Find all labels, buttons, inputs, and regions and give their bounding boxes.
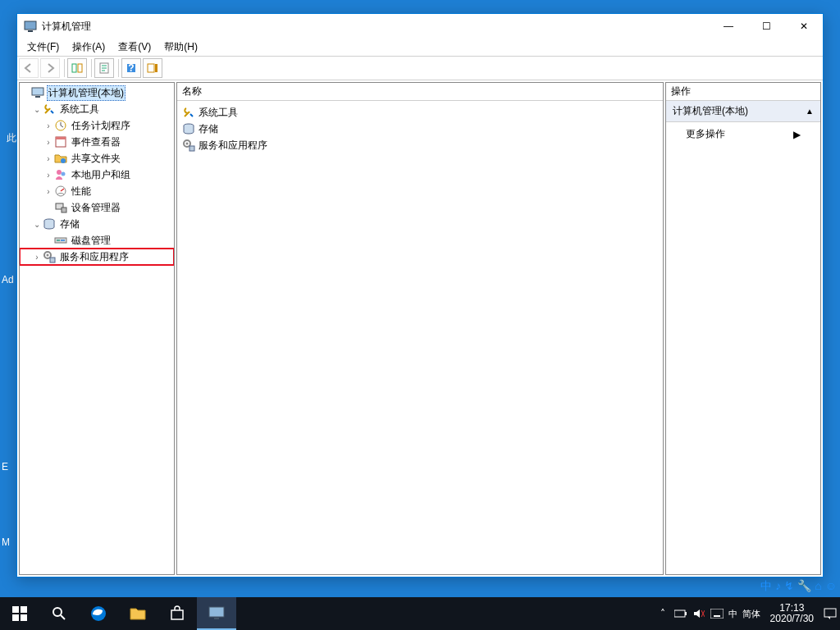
action-center-icon[interactable]	[824, 607, 837, 620]
svg-rect-2	[72, 64, 76, 72]
tree-label: 服务和应用程序	[58, 249, 130, 265]
chevron-right-icon[interactable]: ›	[43, 187, 54, 196]
floating-toolbar: 中 ♪ ↯ 🔧 ⌂ ☺	[757, 578, 840, 596]
chevron-right-icon[interactable]: ›	[43, 171, 54, 180]
app-icon	[24, 20, 37, 33]
tree-performance[interactable]: › 性能	[20, 183, 174, 199]
content-header[interactable]: 名称	[177, 83, 663, 101]
more-actions-label: 更多操作	[686, 127, 725, 141]
ime-mode[interactable]: 简体	[742, 607, 760, 620]
more-actions-link[interactable]: 更多操作 ▶	[666, 122, 820, 146]
volume-icon[interactable]	[692, 607, 705, 620]
taskbar[interactable]: ˄ 中 简体 17:13 2020/7/30	[0, 597, 840, 630]
tree-label: 任务计划程序	[70, 118, 132, 134]
navigation-tree[interactable]: 计算机管理(本地) ⌄ 系统工具 › 任务计划程序 › 事件查看器 › 共享文件…	[19, 82, 175, 575]
actions-section[interactable]: 计算机管理(本地) ▲	[666, 101, 820, 122]
keyboard-icon[interactable]	[710, 607, 724, 620]
close-button[interactable]: ✕	[785, 14, 823, 39]
tree-root[interactable]: 计算机管理(本地)	[20, 84, 174, 101]
explorer-button[interactable]	[118, 597, 158, 630]
chevron-right-icon[interactable]: ›	[31, 253, 43, 262]
actions-header: 操作	[666, 83, 820, 101]
svg-rect-9	[32, 88, 43, 95]
tree-disk-management[interactable]: 磁盘管理	[20, 232, 174, 249]
list-item-label: 系统工具	[199, 106, 238, 120]
list-item[interactable]: 服务和应用程序	[179, 137, 661, 153]
help-button[interactable]: ?	[121, 58, 141, 78]
properties-button[interactable]	[94, 58, 114, 78]
svg-point-25	[47, 254, 49, 257]
storage-icon	[182, 122, 195, 135]
search-button[interactable]	[39, 597, 79, 630]
tree-system-tools[interactable]: ⌄ 系统工具	[20, 101, 174, 117]
toolbar-separator	[91, 59, 92, 77]
svg-point-15	[57, 170, 62, 175]
tree-local-users[interactable]: › 本地用户和组	[20, 167, 174, 183]
actions-section-label: 计算机管理(本地)	[673, 104, 748, 118]
tree-task-scheduler[interactable]: › 任务计划程序	[20, 117, 174, 134]
collapse-icon[interactable]: ▲	[806, 107, 814, 116]
list-item[interactable]: 存储	[179, 121, 661, 137]
tree-event-viewer[interactable]: › 事件查看器	[20, 134, 174, 150]
svg-rect-23	[61, 240, 65, 241]
computer-management-window: 计算机管理 — ☐ ✕ 文件(F) 操作(A) 查看(V) 帮助(H) ? 计算…	[16, 13, 824, 578]
edge-button[interactable]	[79, 597, 118, 630]
tree-label: 设备管理器	[70, 200, 122, 216]
tree-device-manager[interactable]: 设备管理器	[20, 199, 174, 216]
services-icon	[182, 139, 195, 152]
tools-icon	[43, 103, 56, 116]
desktop-label: E	[2, 461, 8, 472]
tool-icon[interactable]: ↯	[784, 579, 794, 594]
clock-icon	[54, 119, 67, 132]
start-button[interactable]	[0, 597, 39, 630]
window-title: 计算机管理	[42, 20, 710, 34]
menu-action[interactable]: 操作(A)	[66, 39, 112, 56]
svg-rect-44	[824, 609, 836, 617]
menu-view[interactable]: 查看(V)	[112, 39, 158, 56]
maximize-button[interactable]: ☐	[747, 14, 785, 39]
svg-rect-13	[56, 137, 66, 139]
titlebar[interactable]: 计算机管理 — ☐ ✕	[17, 14, 823, 39]
ime-icon[interactable]: 中	[760, 579, 772, 594]
smile-icon[interactable]: ☺	[825, 579, 837, 594]
toolbar: ?	[17, 57, 823, 80]
minimize-button[interactable]: —	[710, 14, 747, 39]
svg-rect-43	[714, 615, 720, 617]
svg-rect-41	[685, 612, 687, 615]
tree-label: 共享文件夹	[70, 151, 122, 167]
list-item[interactable]: 系统工具	[179, 104, 661, 121]
actions-pane: 操作 计算机管理(本地) ▲ 更多操作 ▶	[665, 82, 821, 575]
wrench-icon[interactable]: 🔧	[797, 579, 811, 594]
compmgmt-taskbar-button[interactable]	[197, 597, 236, 630]
svg-rect-38	[209, 607, 224, 617]
chevron-down-icon[interactable]: ⌄	[31, 105, 43, 114]
svg-rect-8	[155, 64, 158, 72]
toolbar-separator	[64, 59, 65, 77]
show-hide-tree-button[interactable]	[67, 58, 87, 78]
tree-label: 系统工具	[58, 102, 101, 117]
chevron-right-icon[interactable]: ›	[43, 154, 54, 163]
clock[interactable]: 17:13 2020/7/30	[765, 603, 819, 624]
chevron-right-icon[interactable]: ›	[43, 138, 54, 147]
chevron-down-icon[interactable]: ⌄	[31, 220, 43, 229]
chevron-right-icon: ▶	[793, 129, 801, 140]
tree-label: 磁盘管理	[70, 233, 112, 249]
tree-services-apps[interactable]: › 服务和应用程序	[20, 249, 174, 265]
tool-icon[interactable]: ⌂	[815, 579, 821, 594]
panes: 计算机管理(本地) ⌄ 系统工具 › 任务计划程序 › 事件查看器 › 共享文件…	[17, 80, 823, 577]
svg-rect-30	[189, 146, 194, 151]
content-pane: 名称 系统工具 存储 服务和应用程序	[176, 82, 664, 575]
battery-icon[interactable]	[674, 607, 687, 620]
tree-storage[interactable]: ⌄ 存储	[20, 216, 174, 232]
ime-indicator[interactable]: 中	[728, 607, 737, 620]
tray-chevron-icon[interactable]: ˄	[656, 607, 669, 620]
menu-file[interactable]: 文件(F)	[21, 39, 66, 56]
tree-shared-folders[interactable]: › 共享文件夹	[20, 150, 174, 167]
menu-help[interactable]: 帮助(H)	[158, 39, 204, 56]
store-button[interactable]	[158, 597, 197, 630]
chevron-right-icon[interactable]: ›	[43, 121, 54, 130]
tool-icon[interactable]: ♪	[775, 579, 781, 594]
list-item-label: 服务和应用程序	[199, 139, 267, 153]
show-action-pane-button[interactable]	[143, 58, 162, 78]
desktop-label: M	[2, 536, 10, 548]
